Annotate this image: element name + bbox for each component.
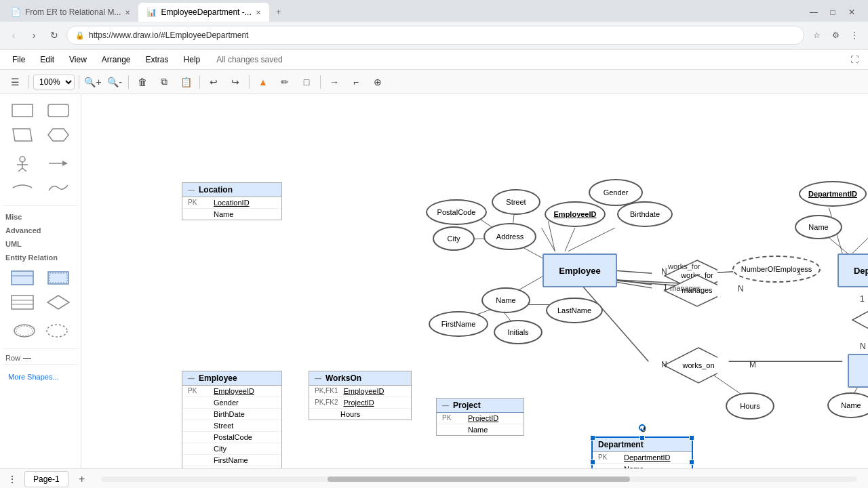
name-proj-oval[interactable]: Name bbox=[827, 392, 868, 418]
er-weak-entity-shape[interactable] bbox=[42, 267, 76, 289]
city-oval[interactable]: City bbox=[433, 226, 475, 251]
project-entity[interactable]: Project bbox=[848, 354, 868, 388]
undo-btn[interactable]: ↩ bbox=[204, 73, 223, 92]
address-input[interactable]: 🔒 https://www.draw.io/#LEmployeeDepartme… bbox=[66, 26, 804, 45]
address-oval[interactable]: Address bbox=[484, 223, 536, 250]
shape-rect-2[interactable] bbox=[42, 100, 76, 121]
location-table-close[interactable]: — bbox=[188, 186, 195, 194]
redo-btn[interactable]: ↪ bbox=[226, 73, 245, 92]
back-button[interactable]: ‹ bbox=[5, 27, 22, 43]
firstname-oval[interactable]: FirstName bbox=[429, 311, 488, 337]
page-settings-icon[interactable]: ⋮ bbox=[5, 474, 19, 484]
zoom-select[interactable]: 100% 75% 50% 150% bbox=[33, 75, 75, 89]
numemployees-oval[interactable]: NumberOfEmployess bbox=[732, 256, 821, 283]
tab-label-1: From ER to Relational M... bbox=[25, 7, 121, 17]
menu-help[interactable]: Help bbox=[177, 52, 208, 67]
shape-actor[interactable] bbox=[5, 152, 39, 174]
er-derived-shape[interactable] bbox=[42, 320, 72, 342]
scrollbar-thumb[interactable] bbox=[328, 476, 630, 482]
employee-table[interactable]: — Employee PK EmployeeID Gender BirthDat… bbox=[182, 371, 282, 468]
svg-line-29 bbox=[548, 221, 555, 251]
tab-inactive-1[interactable]: 📄 From ER to Relational M... ✕ bbox=[3, 3, 138, 22]
shape-arrow[interactable] bbox=[42, 152, 76, 174]
add-page-btn[interactable]: + bbox=[74, 471, 90, 487]
delete-btn[interactable]: 🗑 bbox=[133, 73, 152, 92]
line-color-btn[interactable]: ✏ bbox=[275, 73, 294, 92]
shape-curve[interactable] bbox=[5, 177, 39, 199]
employee-table-close[interactable]: — bbox=[188, 375, 195, 382]
handle-mr[interactable] bbox=[689, 460, 694, 465]
er-table-shape[interactable] bbox=[5, 291, 39, 313]
menu-file[interactable]: File bbox=[5, 52, 32, 67]
page-1-tab[interactable]: Page-1 bbox=[24, 471, 68, 487]
horizontal-scrollbar[interactable] bbox=[101, 476, 857, 482]
lastname-oval[interactable]: LastName bbox=[546, 298, 603, 323]
sidebar-toggle-btn[interactable]: ☰ bbox=[5, 73, 24, 92]
insert-btn[interactable]: ⊕ bbox=[368, 73, 387, 92]
works-on-diamond[interactable]: works_on bbox=[663, 348, 717, 382]
street-oval[interactable]: Street bbox=[492, 189, 540, 215]
hours-oval[interactable]: Hours bbox=[726, 392, 774, 420]
duplicate-btn[interactable]: ⧉ bbox=[155, 73, 174, 92]
handle-ml[interactable] bbox=[590, 460, 595, 465]
waypoint-btn[interactable]: ⌐ bbox=[347, 73, 366, 92]
tab-active[interactable]: 📊 EmployeeDepartment -... ✕ bbox=[138, 3, 269, 22]
name-emp-oval[interactable]: Name bbox=[481, 287, 530, 313]
svg-point-19 bbox=[14, 325, 35, 337]
menu-arrange[interactable]: Arrange bbox=[95, 52, 138, 67]
copy-btn[interactable]: 📋 bbox=[176, 73, 195, 92]
workson-table[interactable]: — WorksOn PK,FK1 EmployeeID PK,FK2 Proje… bbox=[309, 371, 412, 420]
project-table[interactable]: — Project PK ProjectID Name bbox=[436, 398, 524, 436]
menu-view[interactable]: View bbox=[62, 52, 94, 67]
connection-btn[interactable]: → bbox=[325, 73, 344, 92]
page-1-label: Page-1 bbox=[33, 474, 60, 484]
fill-color-btn[interactable]: ▲ bbox=[254, 73, 273, 92]
tab-close-2[interactable]: ✕ bbox=[256, 9, 261, 16]
employee-entity[interactable]: Employee bbox=[542, 253, 617, 287]
minimize-button[interactable]: — bbox=[806, 4, 822, 20]
controls-diamond[interactable]: controls bbox=[851, 303, 868, 337]
extensions-icon[interactable]: ⚙ bbox=[827, 27, 844, 43]
zoom-in-btn[interactable]: 🔍+ bbox=[83, 73, 102, 92]
shadow-btn[interactable]: □ bbox=[297, 73, 316, 92]
rotation-handle[interactable]: ↺ bbox=[639, 424, 646, 431]
menu-extras[interactable]: Extras bbox=[139, 52, 176, 67]
zoom-out-btn[interactable]: 🔍- bbox=[105, 73, 124, 92]
more-shapes-btn[interactable]: More Shapes... bbox=[5, 370, 75, 384]
er-relation-shape[interactable] bbox=[42, 291, 76, 313]
birthdate-oval[interactable]: Birthdate bbox=[617, 201, 673, 227]
shape-hexagon[interactable] bbox=[42, 124, 76, 146]
shape-curve-icon bbox=[10, 180, 35, 196]
handle-tl[interactable] bbox=[590, 435, 595, 441]
postalcode-oval[interactable]: PostalCode bbox=[426, 199, 487, 225]
project-table-close[interactable]: — bbox=[442, 402, 449, 409]
svg-rect-0 bbox=[12, 104, 33, 117]
er-entity-shape[interactable] bbox=[5, 267, 39, 289]
shape-parallelogram[interactable] bbox=[5, 124, 39, 146]
svg-line-7 bbox=[18, 168, 22, 171]
bookmarks-icon[interactable]: ☆ bbox=[808, 27, 825, 43]
new-tab-button[interactable]: + bbox=[269, 3, 288, 22]
name-dept-oval[interactable]: Name bbox=[795, 215, 842, 239]
location-table[interactable]: — Location PK LocationID Name bbox=[182, 182, 282, 220]
deptid-oval[interactable]: DepartmentID bbox=[799, 181, 867, 207]
shape-freehand[interactable] bbox=[42, 177, 76, 199]
handle-tm[interactable] bbox=[639, 435, 645, 441]
menu-edit[interactable]: Edit bbox=[33, 52, 61, 67]
department-table[interactable]: Department PK DepartmentID Name FK Locat… bbox=[591, 436, 693, 468]
forward-button[interactable]: › bbox=[26, 27, 42, 43]
tab-close-1[interactable]: ✕ bbox=[125, 9, 130, 16]
handle-tr[interactable] bbox=[689, 435, 694, 441]
shape-rect-1[interactable] bbox=[5, 100, 39, 121]
close-window-button[interactable]: ✕ bbox=[844, 4, 860, 20]
refresh-button[interactable]: ↻ bbox=[46, 27, 62, 43]
menu-icon[interactable]: ⋮ bbox=[846, 27, 863, 43]
department-entity[interactable]: Department bbox=[837, 253, 868, 287]
fullscreen-icon[interactable]: ⛶ bbox=[846, 52, 863, 68]
maximize-button[interactable]: □ bbox=[825, 4, 841, 20]
er-multi-value-shape[interactable] bbox=[9, 320, 39, 342]
workson-table-close[interactable]: — bbox=[315, 375, 321, 382]
initials-oval[interactable]: Initials bbox=[494, 320, 542, 344]
canvas[interactable]: Employee Department Project Gender Emplo… bbox=[81, 94, 868, 468]
employeeid-oval[interactable]: EmployeeID bbox=[545, 201, 606, 227]
